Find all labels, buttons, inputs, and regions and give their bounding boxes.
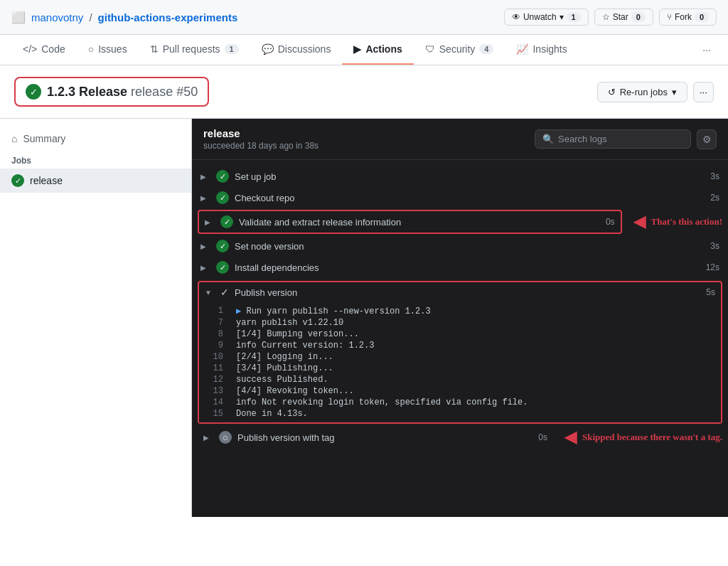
chevron-right-icon: ▶	[200, 242, 210, 250]
gear-icon: ⚙	[702, 134, 712, 145]
tab-pr-label: Pull requests	[163, 43, 220, 55]
star-count: 0	[631, 12, 646, 22]
line-num: 9	[199, 340, 230, 351]
line-content: info Current version: 1.2.3	[230, 340, 380, 351]
star-button[interactable]: ☆ Star 0	[594, 9, 653, 26]
run-title-box: ✓ 1.2.3 Release release #50	[14, 77, 209, 107]
rerun-label: Re-run jobs	[620, 87, 668, 97]
repo-owner[interactable]: manovotny	[31, 11, 83, 23]
log-line: 1 ▶ Run yarn publish --new-version 1.2.3	[199, 305, 721, 317]
run-title-suffix: release #50	[131, 85, 198, 99]
step-checkout[interactable]: ▶ ✓ Checkout repo 2s	[192, 187, 728, 208]
line-content: ▶ Run yarn publish --new-version 1.2.3	[230, 305, 437, 317]
tab-issues[interactable]: ○ Issues	[77, 35, 139, 65]
log-panel: release succeeded 18 days ago in 38s 🔍 ⚙	[192, 119, 728, 517]
actions-icon: ▶	[353, 43, 361, 55]
tab-code[interactable]: </> Code	[11, 35, 77, 65]
run-more-button[interactable]: ···	[693, 82, 714, 102]
run-title-area: ✓ 1.2.3 Release release #50	[14, 77, 209, 107]
step-node[interactable]: ▶ ✓ Set node version 3s	[192, 235, 728, 257]
repo-header: ⬜ manovotny / github-actions-experiments…	[0, 0, 728, 35]
line-num: 11	[199, 363, 230, 374]
step-publish-time: 5s	[706, 287, 715, 297]
step-success-icon: ✓	[216, 191, 229, 204]
sidebar-job-release[interactable]: ✓ release	[0, 169, 191, 193]
chevron-right-icon: ▶	[205, 218, 215, 226]
tab-insights[interactable]: 📈 Insights	[505, 35, 578, 65]
chevron-right-icon: ▶	[200, 194, 210, 202]
line-num: 8	[199, 329, 230, 340]
search-icon: 🔍	[542, 134, 554, 144]
discussions-icon: 💬	[262, 43, 274, 55]
step-publish-expanded: ▼ ✓ Publish version 5s 1 ▶ Run yarn publ…	[198, 281, 722, 424]
security-badge: 4	[479, 44, 493, 54]
step-validate-name: Validate and extract release information	[239, 217, 600, 228]
log-panel-subtitle: succeeded 18 days ago in 38s	[203, 141, 318, 151]
skipped-step-area: ▶ ○ Publish version with tag 0s ◀ Skippe…	[198, 427, 722, 448]
arrow-left-icon: ◀	[564, 428, 577, 447]
more-dots-icon: ···	[700, 87, 707, 97]
step-success-icon: ✓	[216, 240, 229, 252]
line-content: info Not revoking login token, specified…	[230, 397, 533, 408]
step-install-name: Install dependencies	[235, 262, 700, 273]
sidebar-jobs-label: Jobs	[0, 150, 191, 169]
line-num: 12	[199, 374, 230, 385]
tab-pull-requests[interactable]: ⇅ Pull requests 1	[139, 35, 250, 65]
sidebar-summary-label: Summary	[23, 133, 65, 144]
step-success-icon: ✓	[216, 261, 229, 274]
tab-discussions[interactable]: 💬 Discussions	[250, 35, 343, 65]
line-content: [2/4] Logging in...	[230, 351, 339, 363]
log-output: 1 ▶ Run yarn publish --new-version 1.2.3…	[199, 302, 721, 422]
insights-icon: 📈	[516, 43, 528, 55]
step-install[interactable]: ▶ ✓ Install dependencies 12s	[192, 257, 728, 278]
repo-title-area: ⬜ manovotny / github-actions-experiments	[11, 11, 237, 24]
star-icon: ☆	[602, 12, 610, 22]
home-icon: ⌂	[11, 133, 17, 144]
tab-code-label: Code	[41, 43, 65, 55]
tab-insights-label: Insights	[532, 43, 567, 55]
step-success-icon: ✓	[220, 287, 229, 298]
tab-security[interactable]: 🛡 Security 4	[414, 35, 505, 65]
tab-security-label: Security	[439, 43, 476, 55]
log-line: 11 [3/4] Publishing...	[199, 363, 721, 374]
sidebar-summary-link[interactable]: ⌂ Summary	[0, 127, 191, 150]
nav-more-button[interactable]: ···	[697, 38, 717, 61]
step-publish-tag-time: 0s	[538, 432, 547, 442]
code-icon: </>	[23, 43, 37, 55]
step-publish-tag-name: Publish version with tag	[237, 432, 532, 443]
unwatch-label: Unwatch	[523, 12, 557, 22]
step-setup[interactable]: ▶ ✓ Set up job 3s	[192, 166, 728, 187]
search-logs-input[interactable]	[558, 134, 683, 144]
step-publish-header[interactable]: ▼ ✓ Publish version 5s	[199, 282, 721, 302]
run-header-actions: ↺ Re-run jobs ▾ ···	[597, 82, 714, 102]
line-num: 1	[199, 305, 230, 317]
rerun-button[interactable]: ↺ Re-run jobs ▾	[597, 82, 687, 102]
log-line: 15 Done in 4.13s.	[199, 408, 721, 420]
run-header: ✓ 1.2.3 Release release #50 ↺ Re-run job…	[0, 65, 728, 119]
run-title-bold: 1.2.3 Release	[47, 85, 127, 99]
line-num: 13	[199, 385, 230, 397]
step-checkout-name: Checkout repo	[235, 193, 705, 203]
log-line: 8 [1/4] Bumping version...	[199, 329, 721, 340]
log-line: 13 [4/4] Revoking token...	[199, 385, 721, 397]
line-content: yarn publish v1.22.10	[230, 317, 349, 329]
unwatch-button[interactable]: 👁 Unwatch ▾ 1	[504, 9, 589, 26]
repo-name[interactable]: github-actions-experiments	[98, 11, 238, 23]
step-success-icon: ✓	[220, 215, 233, 228]
star-label: Star	[613, 12, 628, 22]
step-publish-tag[interactable]: ▶ ○ Publish version with tag 0s	[198, 427, 553, 448]
step-validate[interactable]: ▶ ✓ Validate and extract release informa…	[198, 210, 622, 234]
chevron-down-icon: ▼	[205, 289, 215, 297]
log-line: 12 success Published.	[199, 374, 721, 385]
step-node-time: 3s	[710, 241, 719, 251]
step-success-icon: ✓	[216, 170, 229, 183]
job-success-icon: ✓	[11, 174, 24, 187]
pr-badge: 1	[225, 44, 239, 54]
log-settings-button[interactable]: ⚙	[697, 129, 717, 149]
search-box[interactable]: 🔍	[535, 129, 691, 149]
fork-button[interactable]: ⑂ Fork 0	[659, 9, 717, 26]
line-content: [3/4] Publishing...	[230, 363, 339, 374]
tab-actions[interactable]: ▶ Actions	[342, 35, 413, 65]
rerun-chevron-icon: ▾	[672, 87, 677, 97]
repo-actions-area: 👁 Unwatch ▾ 1 ☆ Star 0 ⑂ Fork 0	[504, 9, 717, 26]
